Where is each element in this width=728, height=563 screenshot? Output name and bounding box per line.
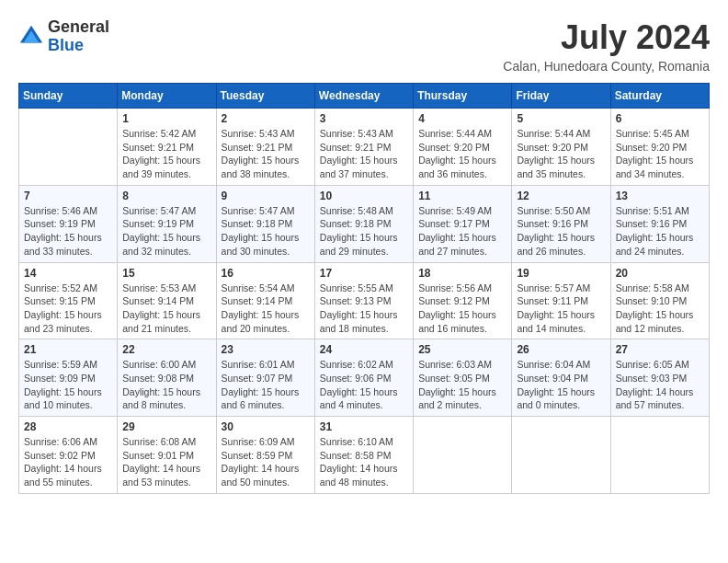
day-number: 20 bbox=[616, 267, 704, 280]
day-number: 2 bbox=[222, 112, 310, 125]
day-number: 25 bbox=[418, 343, 506, 356]
logo-icon bbox=[18, 24, 44, 50]
calendar-cell: 30Sunrise: 6:09 AMSunset: 8:59 PMDayligh… bbox=[216, 417, 314, 494]
calendar-cell: 18Sunrise: 5:56 AMSunset: 9:12 PMDayligh… bbox=[414, 262, 512, 339]
header-friday: Friday bbox=[512, 84, 610, 109]
calendar-week-row: 28Sunrise: 6:06 AMSunset: 9:02 PMDayligh… bbox=[19, 417, 710, 494]
calendar-cell: 10Sunrise: 5:48 AMSunset: 9:18 PMDayligh… bbox=[314, 185, 413, 262]
day-number: 28 bbox=[24, 420, 112, 433]
calendar-cell: 27Sunrise: 6:05 AMSunset: 9:03 PMDayligh… bbox=[610, 339, 709, 417]
calendar-week-row: 14Sunrise: 5:52 AMSunset: 9:15 PMDayligh… bbox=[19, 262, 710, 339]
calendar-week-row: 1Sunrise: 5:42 AMSunset: 9:21 PMDaylight… bbox=[19, 109, 710, 186]
day-info: Sunrise: 5:54 AMSunset: 9:14 PMDaylight:… bbox=[222, 282, 310, 336]
day-info: Sunrise: 6:00 AMSunset: 9:08 PMDaylight:… bbox=[122, 358, 210, 412]
calendar-cell: 7Sunrise: 5:46 AMSunset: 9:19 PMDaylight… bbox=[19, 185, 118, 262]
day-info: Sunrise: 5:50 AMSunset: 9:16 PMDaylight:… bbox=[517, 204, 605, 259]
calendar-cell: 24Sunrise: 6:02 AMSunset: 9:06 PMDayligh… bbox=[314, 339, 413, 417]
header-thursday: Thursday bbox=[414, 84, 512, 109]
calendar-cell: 3Sunrise: 5:43 AMSunset: 9:21 PMDaylight… bbox=[314, 109, 413, 186]
calendar-cell: 2Sunrise: 5:43 AMSunset: 9:21 PMDaylight… bbox=[216, 109, 314, 186]
day-info: Sunrise: 5:55 AMSunset: 9:13 PMDaylight:… bbox=[320, 282, 408, 336]
calendar-cell: 11Sunrise: 5:49 AMSunset: 9:17 PMDayligh… bbox=[414, 185, 512, 262]
day-number: 17 bbox=[320, 267, 408, 280]
day-number: 14 bbox=[24, 267, 112, 280]
day-info: Sunrise: 5:43 AMSunset: 9:21 PMDaylight:… bbox=[320, 127, 408, 181]
day-info: Sunrise: 5:51 AMSunset: 9:16 PMDaylight:… bbox=[616, 204, 704, 259]
calendar-cell: 14Sunrise: 5:52 AMSunset: 9:15 PMDayligh… bbox=[19, 262, 118, 339]
day-info: Sunrise: 5:48 AMSunset: 9:18 PMDaylight:… bbox=[320, 204, 408, 259]
calendar-week-row: 21Sunrise: 5:59 AMSunset: 9:09 PMDayligh… bbox=[19, 339, 710, 417]
day-info: Sunrise: 5:58 AMSunset: 9:10 PMDaylight:… bbox=[616, 282, 704, 336]
day-info: Sunrise: 5:56 AMSunset: 9:12 PMDaylight:… bbox=[418, 282, 506, 336]
calendar-cell: 17Sunrise: 5:55 AMSunset: 9:13 PMDayligh… bbox=[314, 262, 413, 339]
calendar-cell: 12Sunrise: 5:50 AMSunset: 9:16 PMDayligh… bbox=[512, 185, 610, 262]
day-number: 19 bbox=[517, 267, 605, 280]
day-info: Sunrise: 5:43 AMSunset: 9:21 PMDaylight:… bbox=[222, 127, 310, 181]
day-number: 23 bbox=[222, 343, 310, 356]
day-info: Sunrise: 5:44 AMSunset: 9:20 PMDaylight:… bbox=[418, 127, 506, 181]
calendar-cell: 21Sunrise: 5:59 AMSunset: 9:09 PMDayligh… bbox=[19, 339, 118, 417]
day-number: 27 bbox=[616, 343, 704, 356]
day-info: Sunrise: 5:49 AMSunset: 9:17 PMDaylight:… bbox=[418, 204, 506, 259]
title-block: July 2024 Calan, Hunedoara County, Roman… bbox=[503, 18, 710, 74]
day-info: Sunrise: 6:02 AMSunset: 9:06 PMDaylight:… bbox=[320, 358, 408, 412]
day-info: Sunrise: 5:59 AMSunset: 9:09 PMDaylight:… bbox=[24, 358, 112, 412]
calendar-cell: 1Sunrise: 5:42 AMSunset: 9:21 PMDaylight… bbox=[118, 109, 216, 186]
day-info: Sunrise: 6:03 AMSunset: 9:05 PMDaylight:… bbox=[418, 358, 506, 412]
day-number: 7 bbox=[24, 190, 112, 202]
calendar-cell: 19Sunrise: 5:57 AMSunset: 9:11 PMDayligh… bbox=[512, 262, 610, 339]
header-monday: Monday bbox=[118, 84, 216, 109]
day-number: 10 bbox=[320, 190, 408, 202]
header-wednesday: Wednesday bbox=[314, 84, 413, 109]
day-number: 12 bbox=[517, 190, 605, 202]
day-number: 3 bbox=[320, 112, 408, 125]
calendar-cell bbox=[610, 417, 709, 494]
day-info: Sunrise: 5:57 AMSunset: 9:11 PMDaylight:… bbox=[517, 282, 605, 336]
day-number: 13 bbox=[616, 190, 704, 202]
day-info: Sunrise: 6:01 AMSunset: 9:07 PMDaylight:… bbox=[222, 358, 310, 412]
month-title: July 2024 bbox=[503, 18, 710, 57]
calendar-table: SundayMondayTuesdayWednesdayThursdayFrid… bbox=[18, 83, 710, 494]
calendar-cell: 28Sunrise: 6:06 AMSunset: 9:02 PMDayligh… bbox=[19, 417, 118, 494]
day-number: 31 bbox=[320, 420, 408, 433]
header-tuesday: Tuesday bbox=[216, 84, 314, 109]
logo-blue: Blue bbox=[48, 37, 109, 55]
day-info: Sunrise: 6:08 AMSunset: 9:01 PMDaylight:… bbox=[122, 435, 210, 489]
calendar-cell: 20Sunrise: 5:58 AMSunset: 9:10 PMDayligh… bbox=[610, 262, 709, 339]
calendar-cell: 31Sunrise: 6:10 AMSunset: 8:58 PMDayligh… bbox=[314, 417, 413, 494]
page-header: General Blue July 2024 Calan, Hunedoara … bbox=[18, 18, 710, 74]
day-number: 15 bbox=[122, 267, 210, 280]
calendar-cell: 26Sunrise: 6:04 AMSunset: 9:04 PMDayligh… bbox=[512, 339, 610, 417]
calendar-cell: 4Sunrise: 5:44 AMSunset: 9:20 PMDaylight… bbox=[414, 109, 512, 186]
calendar-cell: 5Sunrise: 5:44 AMSunset: 9:20 PMDaylight… bbox=[512, 109, 610, 186]
calendar-cell: 22Sunrise: 6:00 AMSunset: 9:08 PMDayligh… bbox=[118, 339, 216, 417]
calendar-week-row: 7Sunrise: 5:46 AMSunset: 9:19 PMDaylight… bbox=[19, 185, 710, 262]
day-info: Sunrise: 5:52 AMSunset: 9:15 PMDaylight:… bbox=[24, 282, 112, 336]
day-info: Sunrise: 5:47 AMSunset: 9:19 PMDaylight:… bbox=[122, 204, 210, 259]
day-info: Sunrise: 6:04 AMSunset: 9:04 PMDaylight:… bbox=[517, 358, 605, 412]
day-number: 5 bbox=[517, 112, 605, 125]
logo-general: General bbox=[48, 18, 109, 37]
day-number: 8 bbox=[122, 190, 210, 202]
day-number: 26 bbox=[517, 343, 605, 356]
day-number: 22 bbox=[122, 343, 210, 356]
day-info: Sunrise: 5:47 AMSunset: 9:18 PMDaylight:… bbox=[222, 204, 310, 259]
day-info: Sunrise: 6:09 AMSunset: 8:59 PMDaylight:… bbox=[222, 435, 310, 489]
day-info: Sunrise: 5:45 AMSunset: 9:20 PMDaylight:… bbox=[616, 127, 704, 181]
calendar-cell: 25Sunrise: 6:03 AMSunset: 9:05 PMDayligh… bbox=[414, 339, 512, 417]
day-number: 24 bbox=[320, 343, 408, 356]
header-saturday: Saturday bbox=[610, 84, 709, 109]
calendar-cell: 23Sunrise: 6:01 AMSunset: 9:07 PMDayligh… bbox=[216, 339, 314, 417]
day-number: 6 bbox=[616, 112, 704, 125]
calendar-cell: 29Sunrise: 6:08 AMSunset: 9:01 PMDayligh… bbox=[118, 417, 216, 494]
day-info: Sunrise: 5:53 AMSunset: 9:14 PMDaylight:… bbox=[122, 282, 210, 336]
day-info: Sunrise: 5:46 AMSunset: 9:19 PMDaylight:… bbox=[24, 204, 112, 259]
calendar-cell: 6Sunrise: 5:45 AMSunset: 9:20 PMDaylight… bbox=[610, 109, 709, 186]
calendar-cell: 9Sunrise: 5:47 AMSunset: 9:18 PMDaylight… bbox=[216, 185, 314, 262]
day-number: 30 bbox=[222, 420, 310, 433]
day-number: 1 bbox=[122, 112, 210, 125]
day-info: Sunrise: 5:42 AMSunset: 9:21 PMDaylight:… bbox=[122, 127, 210, 181]
day-number: 9 bbox=[222, 190, 310, 202]
day-info: Sunrise: 5:44 AMSunset: 9:20 PMDaylight:… bbox=[517, 127, 605, 181]
day-info: Sunrise: 6:05 AMSunset: 9:03 PMDaylight:… bbox=[616, 358, 704, 412]
